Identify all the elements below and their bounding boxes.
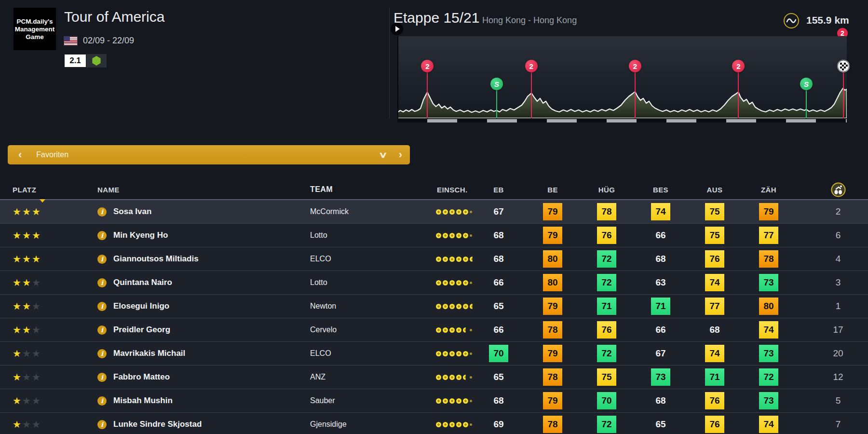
- marker-line: [635, 72, 636, 118]
- table-row[interactable]: ★★★iMin Kyeng HoLotto6879766675776: [0, 224, 868, 247]
- stage-profile-chart: 2S222S: [397, 36, 847, 122]
- info-icon[interactable]: i: [97, 302, 107, 311]
- table-row[interactable]: ★★★iLunke Sindre SkjostadGjensidige69787…: [0, 413, 868, 434]
- stat-value: 73: [651, 368, 670, 386]
- stat-hug: 76: [580, 224, 634, 247]
- marker-line: [843, 72, 844, 118]
- rider-name: Preidler Georg: [113, 325, 170, 335]
- favorites-table: PLATZ NAME TEAM EINSCH. EB BE HÜG BES AU…: [0, 180, 868, 434]
- column-header-name[interactable]: NAME: [85, 186, 302, 194]
- stat-value: 65: [489, 368, 508, 386]
- table-row[interactable]: ★★★iPreidler GeorgCervelo66787666687417: [0, 318, 868, 342]
- column-header-zah[interactable]: ZÄH: [742, 186, 796, 194]
- star-icon: ★: [32, 231, 41, 240]
- stat-aus: 76: [688, 413, 742, 434]
- prev-arrow-icon[interactable]: ‹: [18, 149, 22, 160]
- rider-cell: iMavrikakis Michail: [85, 342, 302, 365]
- stat-value: 75: [597, 368, 616, 386]
- table-row[interactable]: ★★★iElosegui InigoNewton6579717177801: [0, 295, 868, 318]
- form-dots: [434, 318, 472, 341]
- jersey-rank: 17: [796, 318, 860, 341]
- category-hex-box: [86, 54, 107, 68]
- form-dot-icon: [449, 375, 455, 380]
- team-name: Lotto: [302, 271, 434, 294]
- stat-hug: 70: [580, 389, 634, 412]
- stat-zah: 78: [742, 247, 796, 271]
- form-dot-icon: [443, 351, 448, 356]
- stat-be: 80: [526, 271, 580, 294]
- star-icon: ★: [32, 372, 41, 382]
- stat-bes: 68: [634, 389, 688, 412]
- marker-line: [496, 90, 497, 118]
- marker-line: [738, 72, 739, 118]
- form-dot-icon: [449, 422, 455, 427]
- column-header-be[interactable]: BE: [526, 186, 580, 194]
- column-header-eb[interactable]: EB: [472, 186, 526, 194]
- stat-zah: 77: [742, 224, 796, 247]
- table-row[interactable]: ★★★iMavrikakis MichailELCO70797267747320: [0, 342, 868, 366]
- info-icon[interactable]: i: [97, 231, 107, 240]
- stat-eb: 65: [472, 366, 526, 389]
- rider-cell: iFabbro Matteo: [85, 366, 302, 389]
- info-icon[interactable]: i: [97, 278, 107, 287]
- column-label: BE: [547, 186, 558, 194]
- form-dots: [434, 366, 472, 389]
- chevron-down-icon[interactable]: ∨: [379, 151, 388, 159]
- info-icon[interactable]: i: [97, 326, 107, 335]
- info-icon[interactable]: i: [97, 396, 107, 406]
- table-row[interactable]: ★★★iMisbah MushinSauber6879706876735: [0, 389, 868, 413]
- next-arrow-icon[interactable]: ›: [399, 149, 402, 160]
- team-name: Lotto: [302, 224, 434, 247]
- jersey-rank: 3: [796, 271, 860, 294]
- form-dots: [434, 413, 472, 434]
- stage-title: Etappe 15/21: [393, 10, 480, 26]
- form-dot-icon: [456, 327, 461, 333]
- stat-value: 68: [489, 227, 508, 244]
- stat-value: 76: [597, 321, 616, 339]
- form-dot-icon: [456, 375, 461, 380]
- table-row[interactable]: ★★★iSosa IvanMcCormick6779787475792: [0, 200, 868, 224]
- pcm-race-screen: PCM.daily's Management Game Tour of Amer…: [0, 0, 868, 434]
- stat-hug: 71: [580, 295, 634, 318]
- stat-be: 79: [526, 389, 580, 412]
- stat-zah: 72: [742, 366, 796, 389]
- play-stage-button[interactable]: [391, 23, 403, 35]
- table-row[interactable]: ★★★iFabbro MatteoANZ65787573717212: [0, 366, 868, 389]
- column-header-aus[interactable]: AUS: [688, 186, 742, 194]
- form-dot-icon: [456, 422, 461, 427]
- stat-value: 74: [651, 203, 670, 220]
- column-header-einsch[interactable]: EINSCH.: [434, 186, 472, 194]
- marker-badge: 2: [525, 60, 538, 72]
- stat-value: 73: [759, 392, 778, 409]
- column-header-rider[interactable]: [796, 182, 860, 197]
- stat-be: 79: [526, 200, 580, 223]
- column-header-hug[interactable]: HÜG: [580, 186, 634, 194]
- form-dot-icon: [443, 422, 448, 427]
- info-icon[interactable]: i: [97, 255, 107, 264]
- logo-line: PCM.daily's: [16, 18, 53, 25]
- form-dot-icon: [443, 375, 448, 380]
- race-category-badge: 2.1: [64, 54, 107, 68]
- table-row[interactable]: ★★★iQuintana NairoLotto6680726374733: [0, 271, 868, 295]
- column-header-team[interactable]: TEAM: [302, 185, 434, 194]
- form-dot-icon: [449, 398, 455, 404]
- column-header-bes[interactable]: BES: [634, 186, 688, 194]
- star-rating: ★★★: [8, 247, 85, 271]
- stat-aus: 77: [688, 295, 742, 318]
- stat-value: 72: [597, 345, 616, 362]
- column-header-platz[interactable]: PLATZ: [8, 186, 85, 194]
- table-row[interactable]: ★★★iGiannoutsos MiltiadisELCO68807268767…: [0, 247, 868, 271]
- form-dot-icon: [443, 398, 448, 404]
- info-icon[interactable]: i: [97, 420, 107, 429]
- favorites-dropdown-bar[interactable]: ‹ Favoriten ∨ ›: [8, 145, 410, 164]
- marker-badge: S: [490, 78, 503, 90]
- star-rating: ★★★: [8, 389, 85, 412]
- info-icon[interactable]: i: [97, 207, 107, 217]
- rider-name: Misbah Mushin: [113, 396, 173, 406]
- play-icon: [395, 26, 400, 32]
- jersey-rank: 7: [796, 413, 860, 434]
- info-icon[interactable]: i: [97, 349, 107, 358]
- jersey-rank: 4: [796, 247, 860, 271]
- stat-value: 76: [705, 250, 724, 268]
- info-icon[interactable]: i: [97, 373, 107, 382]
